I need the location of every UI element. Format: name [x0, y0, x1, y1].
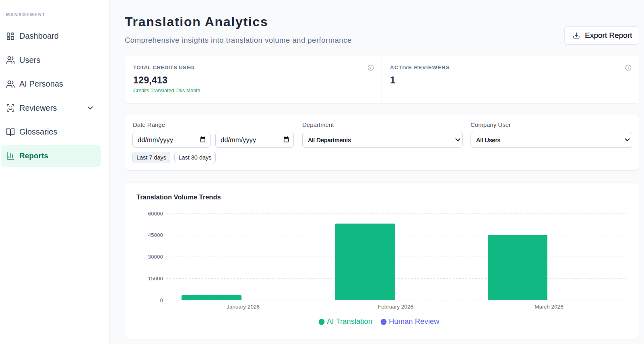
svg-text:60000: 60000 — [148, 211, 163, 217]
svg-text:AI Translation: AI Translation — [327, 317, 372, 325]
svg-text:0: 0 — [160, 297, 163, 303]
svg-text:February 2026: February 2026 — [378, 304, 413, 310]
svg-text:30000: 30000 — [148, 254, 163, 260]
svg-text:45000: 45000 — [148, 232, 163, 238]
svg-text:January 2026: January 2026 — [227, 304, 260, 310]
svg-text:Human Review: Human Review — [389, 317, 440, 325]
svg-text:March 2026: March 2026 — [535, 304, 563, 310]
svg-text:15000: 15000 — [148, 276, 163, 282]
